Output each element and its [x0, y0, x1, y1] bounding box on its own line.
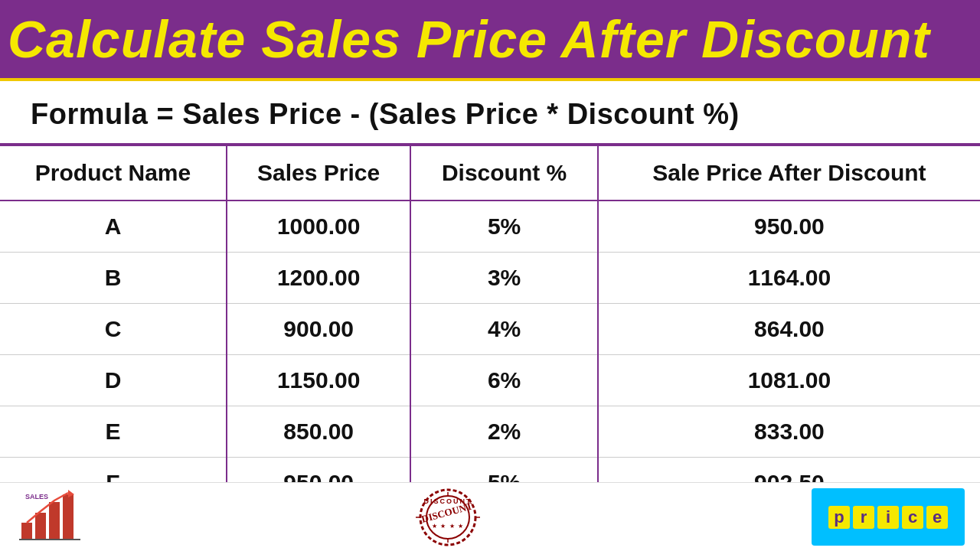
- cell-r0-c1: 1000.00: [227, 201, 410, 253]
- cell-r0-c2: 5%: [410, 201, 598, 253]
- price-p: p: [828, 506, 850, 529]
- header-title: Calculate Sales Price After Discount: [8, 9, 972, 69]
- formula-text: Formula = Sales Price - (Sales Price * D…: [31, 98, 949, 131]
- table-body: A1000.005%950.00B1200.003%1164.00C900.00…: [0, 201, 980, 508]
- price-r: r: [853, 506, 874, 529]
- table-row: B1200.003%1164.00: [0, 253, 980, 304]
- cell-r2-c1: 900.00: [227, 304, 410, 355]
- svg-rect-3: [63, 494, 74, 540]
- discount-stamp-icon: DISCOUNT DISCOUNT ★ ★ ★ ★: [408, 487, 488, 548]
- cell-r2-c0: C: [0, 304, 227, 355]
- cell-r2-c2: 4%: [410, 304, 598, 355]
- table-header-row: Product Name Sales Price Discount % Sale…: [0, 145, 980, 201]
- cell-r4-c2: 2%: [410, 406, 598, 458]
- svg-text:SALES: SALES: [25, 493, 48, 500]
- table-row: D1150.006%1081.00: [0, 355, 980, 406]
- cell-r2-c3: 864.00: [598, 304, 980, 355]
- sales-icon-container: SALES: [15, 487, 84, 548]
- col-sales-price: Sales Price: [227, 145, 410, 201]
- cell-r3-c1: 1150.00: [227, 355, 410, 406]
- cell-r4-c0: E: [0, 406, 227, 458]
- svg-rect-0: [21, 523, 32, 540]
- header-banner: Calculate Sales Price After Discount: [0, 0, 980, 81]
- price-c: c: [902, 506, 923, 529]
- cell-r4-c1: 850.00: [227, 406, 410, 458]
- formula-section: Formula = Sales Price - (Sales Price * D…: [0, 81, 980, 145]
- table-container: Product Name Sales Price Discount % Sale…: [0, 145, 980, 508]
- col-product-name: Product Name: [0, 145, 227, 201]
- price-i: i: [877, 506, 899, 529]
- price-e: e: [926, 506, 948, 529]
- cell-r1-c2: 3%: [410, 253, 598, 304]
- bottom-bar: SALES DISCOUNT DISCOUNT ★ ★ ★ ★ p r i c …: [0, 482, 980, 551]
- table-row: C900.004%864.00: [0, 304, 980, 355]
- table-row: E850.002%833.00: [0, 406, 980, 458]
- cell-r1-c3: 1164.00: [598, 253, 980, 304]
- svg-rect-2: [49, 502, 60, 540]
- cell-r4-c3: 833.00: [598, 406, 980, 458]
- svg-rect-1: [35, 513, 46, 540]
- sales-chart-icon: SALES: [18, 488, 83, 546]
- discount-stamp: DISCOUNT DISCOUNT ★ ★ ★ ★: [406, 487, 490, 548]
- col-sale-price-after: Sale Price After Discount: [598, 145, 980, 201]
- cell-r3-c3: 1081.00: [598, 355, 980, 406]
- cell-r3-c0: D: [0, 355, 227, 406]
- cell-r3-c2: 6%: [410, 355, 598, 406]
- price-badge: p r i c e: [812, 488, 965, 546]
- data-table: Product Name Sales Price Discount % Sale…: [0, 145, 980, 508]
- col-discount: Discount %: [410, 145, 598, 201]
- svg-text:★ ★ ★ ★: ★ ★ ★ ★: [432, 523, 464, 530]
- cell-r0-c0: A: [0, 201, 227, 253]
- cell-r1-c0: B: [0, 253, 227, 304]
- table-row: A1000.005%950.00: [0, 201, 980, 253]
- cell-r0-c3: 950.00: [598, 201, 980, 253]
- cell-r1-c1: 1200.00: [227, 253, 410, 304]
